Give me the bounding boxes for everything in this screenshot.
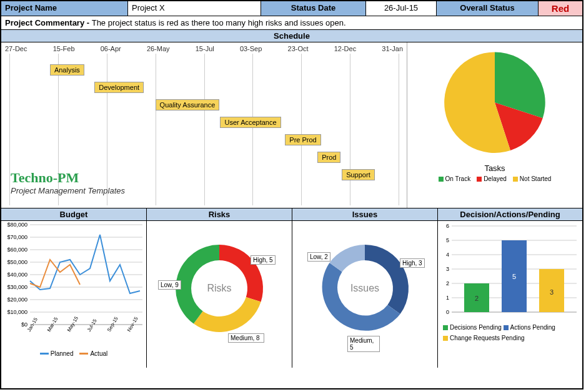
date-tick: 23-Oct <box>288 45 309 52</box>
schedule-body: 27-Dec 15-Feb 06-Apr 26-May 15-Jul 03-Se… <box>1 42 582 208</box>
project-name-value[interactable]: Project X <box>128 1 261 16</box>
bottom-row: Budget $80,000 $70,000 $60,000 $50,000 $… <box>1 208 582 368</box>
date-tick: 12-Dec <box>334 45 356 52</box>
svg-text:May-15: May-15 <box>66 315 79 333</box>
decisions-panel: Decision/Actions/Pending 6 5 4 3 2 1 0 2… <box>438 208 582 368</box>
tasks-pie-chart <box>432 46 557 165</box>
issues-medium-label: Medium, 5 <box>347 336 380 352</box>
svg-text:$0: $0 <box>21 321 27 328</box>
svg-text:$70,000: $70,000 <box>7 234 27 240</box>
svg-text:3: 3 <box>550 288 554 296</box>
svg-text:0: 0 <box>446 309 449 315</box>
brand-title: Techno-PM <box>11 170 125 186</box>
date-tick: 31-Jan <box>382 45 403 52</box>
phase-bar: Quality Assurance <box>156 99 220 110</box>
date-tick: 27-Dec <box>5 45 27 52</box>
decisions-legend: Decisions Pending Actions Pending Change… <box>438 323 582 344</box>
svg-text:Jul-15: Jul-15 <box>86 318 98 333</box>
tasks-pie-panel: Tasks On Track Delayed Not Started <box>407 42 582 208</box>
svg-text:Sep-15: Sep-15 <box>106 316 119 333</box>
date-tick: 06-Apr <box>101 45 121 52</box>
header-row: Project Name Project X Status Date 26-Ju… <box>1 1 582 16</box>
svg-text:$20,000: $20,000 <box>7 296 27 303</box>
brand-sub: Project Management Templates <box>11 186 125 195</box>
schedule-header: Schedule <box>1 30 582 42</box>
svg-text:Risks: Risks <box>207 283 231 293</box>
risks-low-label: Low, 9 <box>158 280 181 290</box>
status-date-label: Status Date <box>261 1 366 16</box>
risks-high-label: High, 5 <box>251 255 276 265</box>
phase-bar: Support <box>342 169 375 180</box>
commentary-text: The project status is red as there too m… <box>92 18 346 27</box>
issues-panel: Issues Issues Low, 2 High, 3 Medium, 5 <box>292 208 438 368</box>
date-tick: 03-Sep <box>240 45 262 52</box>
risks-medium-label: Medium, 8 <box>228 333 264 343</box>
overall-status-value: Red <box>539 1 582 16</box>
issues-high-label: High, 3 <box>400 258 425 268</box>
timeline-chart: 27-Dec 15-Feb 06-Apr 26-May 15-Jul 03-Se… <box>1 42 407 208</box>
issues-header: Issues <box>292 208 437 221</box>
tasks-pie-title: Tasks <box>407 164 582 173</box>
overall-status-label: Overall Status <box>437 1 539 16</box>
commentary: Project Commentary - The project status … <box>1 16 582 30</box>
commentary-label: Project Commentary - <box>5 18 92 27</box>
svg-text:1: 1 <box>446 295 449 301</box>
svg-text:$80,000: $80,000 <box>7 222 27 228</box>
svg-text:4: 4 <box>446 252 449 258</box>
issues-donut: Issues <box>292 221 437 352</box>
svg-text:$60,000: $60,000 <box>7 247 27 253</box>
risks-header: Risks <box>147 208 292 221</box>
phase-bar: Pre Prod <box>285 134 320 145</box>
phase-bar: Prod <box>317 152 340 163</box>
svg-text:5: 5 <box>512 273 516 280</box>
dashboard-page: Project Name Project X Status Date 26-Ju… <box>0 0 584 390</box>
date-tick: 15-Jul <box>196 45 214 52</box>
svg-text:Issues: Issues <box>350 283 379 293</box>
svg-text:$30,000: $30,000 <box>7 284 27 290</box>
date-tick: 15-Feb <box>53 45 75 52</box>
risks-panel: Risks Risks Low, 9 High, 5 Medium, 8 <box>147 208 292 368</box>
status-date-value[interactable]: 26-Jul-15 <box>366 1 437 16</box>
tasks-legend: On Track Delayed Not Started <box>407 175 582 182</box>
phase-bar: User Acceptance <box>220 117 281 128</box>
svg-text:3: 3 <box>446 266 449 272</box>
project-name-label: Project Name <box>1 1 128 16</box>
svg-text:2: 2 <box>475 295 479 302</box>
budget-header: Budget <box>1 208 146 221</box>
svg-text:$10,000: $10,000 <box>7 309 27 315</box>
brand-logo: Techno-PM Project Management Templates <box>11 170 125 195</box>
budget-panel: Budget $80,000 $70,000 $60,000 $50,000 $… <box>1 208 147 368</box>
decisions-bar-chart: 6 5 4 3 2 1 0 2 5 3 <box>438 221 582 321</box>
svg-text:5: 5 <box>446 237 449 243</box>
svg-text:6: 6 <box>446 223 449 229</box>
decisions-header: Decision/Actions/Pending <box>438 208 582 221</box>
issues-low-label: Low, 2 <box>307 252 330 262</box>
phase-bar: Development <box>94 82 144 93</box>
svg-text:$40,000: $40,000 <box>7 272 27 278</box>
budget-chart: $80,000 $70,000 $60,000 $50,000 $40,000 … <box>1 221 146 353</box>
phase-bar: Analysis <box>50 64 84 76</box>
svg-text:Nov-15: Nov-15 <box>126 316 139 333</box>
date-tick: 26-May <box>147 45 170 52</box>
svg-text:2: 2 <box>446 280 449 287</box>
svg-text:$50,000: $50,000 <box>7 259 27 265</box>
